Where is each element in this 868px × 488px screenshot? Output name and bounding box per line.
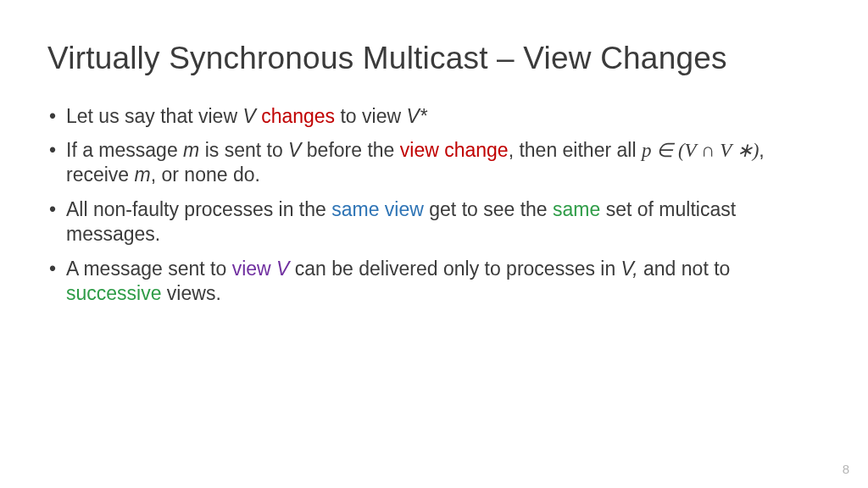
text: and not to	[638, 258, 731, 280]
text: , then either all	[509, 139, 642, 161]
var-vstar: V*	[406, 105, 426, 127]
page-number: 8	[843, 462, 849, 476]
word-changes: changes	[261, 105, 335, 127]
bullet-list: Let us say that view V changes to view V…	[47, 104, 821, 307]
text: views.	[161, 282, 220, 304]
text: Let us say that view	[66, 105, 242, 127]
text: A message sent to	[66, 258, 232, 280]
var-v: V	[276, 258, 289, 280]
text: before the	[301, 139, 399, 161]
text: can be delivered only to processes in	[289, 258, 620, 280]
text: If a message	[66, 139, 183, 161]
var-v: V,	[621, 258, 638, 280]
var-m: m	[135, 164, 151, 186]
bullet-2: If a message m is sent to V before the v…	[47, 138, 821, 188]
var-v: V	[242, 105, 261, 127]
word-view-v: view V	[232, 258, 290, 280]
bullet-1: Let us say that view V changes to view V…	[47, 104, 821, 129]
bullet-3: All non-faulty processes in the same vie…	[47, 197, 821, 247]
text: All non-faulty processes in the	[66, 198, 331, 220]
word-same: same	[553, 198, 600, 220]
var-m: m	[183, 139, 199, 161]
bullet-4: A message sent to view V can be delivere…	[47, 257, 821, 307]
slide-title: Virtually Synchronous Multicast – View C…	[47, 41, 821, 77]
text: is sent to	[199, 139, 288, 161]
word-view-change: view change	[400, 139, 509, 161]
text: view	[232, 258, 276, 280]
word-same-view: same view	[331, 198, 424, 220]
text: , or none do.	[151, 164, 260, 186]
text: get to see the	[424, 198, 553, 220]
math-expr: p ∈ (V ∩ V ∗)	[642, 140, 759, 161]
text: to view	[335, 105, 406, 127]
slide: Virtually Synchronous Multicast – View C…	[0, 0, 868, 488]
word-successive: successive	[66, 282, 161, 304]
var-v: V	[288, 139, 301, 161]
